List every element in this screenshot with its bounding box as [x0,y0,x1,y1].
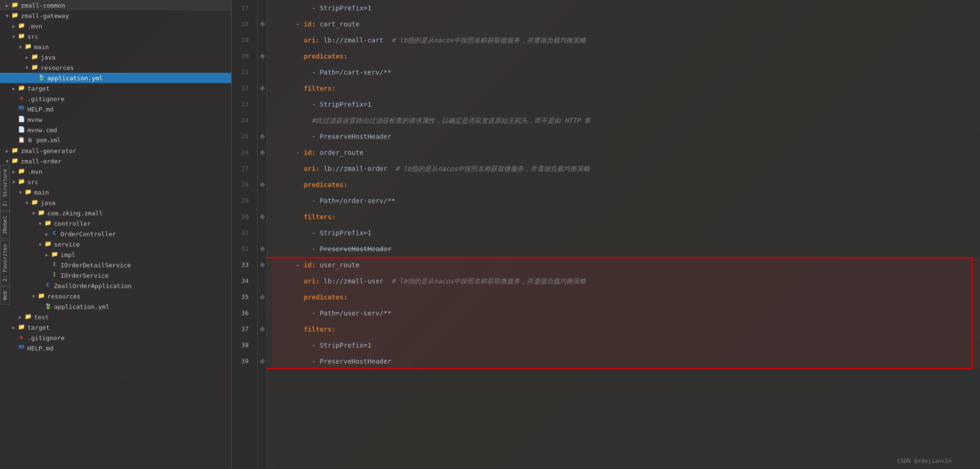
label-zmall-gateway: zmall-gateway [21,12,69,19]
folder-icon-target-order: 📁 [17,324,26,331]
line-num-30: 30 [232,209,252,225]
yml-icon-order: 🍃 [43,303,52,310]
tree-item-mvn-order[interactable]: ▶ 📁 .mvn [0,166,231,177]
tab-web[interactable]: Web [0,287,10,305]
tree-item-impl[interactable]: ▶ 📁 impl [0,249,231,260]
label-main-gateway: main [34,43,49,51]
arrow-java-order: ▼ [24,200,30,205]
md-icon-order: HD [17,344,26,352]
tree-item-application-yml-order[interactable]: 🍃 application.yml [0,301,231,312]
label-resources-gateway: resources [41,64,74,71]
gutter-25 [258,128,267,145]
line-num-17: 17 [232,0,252,16]
tree-item-zmall-common[interactable]: ▶ 📁 zmall-common [0,0,231,10]
tree-item-com-zking[interactable]: ▼ 📁 com.zking.zmall [0,208,231,218]
code-line-26: - id: order_route [272,145,980,161]
label-java-order: java [41,199,55,206]
gutter-33 [258,257,267,273]
code-line-37: filters: [272,321,980,337]
folder-icon-src-gateway: 📁 [17,33,26,40]
line-num-32: 32 [232,241,252,257]
tree-item-target-order[interactable]: ▶ 📁 target [0,322,231,333]
line-num-29: 29 [232,193,252,209]
tree-item-order-controller[interactable]: ▶ C OrderController [0,229,231,239]
label-help-md: HELP.md [27,106,53,113]
tree-item-src-order[interactable]: ▼ 📁 src [0,177,231,187]
line-num-34: 34 [232,273,252,289]
label-main-order: main [34,189,49,196]
mvnw-cmd-icon: 📄 [17,126,26,134]
arrow-test-order: ▶ [17,315,24,320]
gutter-27 [258,161,267,177]
tree-item-resources-order[interactable]: ▼ 📁 resources [0,291,231,301]
tree-item-help-md[interactable]: HD HELP.md [0,104,231,114]
line-num-23: 23 [232,96,252,112]
folder-icon-zmall-generator: 📁 [10,147,19,154]
tree-item-java-gateway[interactable]: ▶ 📁 java [0,52,231,62]
tree-item-main-order[interactable]: ▼ 📁 main [0,187,231,197]
tree-item-mvn-gateway[interactable]: ▶ 📁 .mvn [0,21,231,31]
tree-item-mvnw-cmd[interactable]: 📄 mvnw.cmd [0,125,231,135]
tree-item-mvnw[interactable]: 📄 mvnw [0,114,231,125]
line-num-38: 38 [232,337,252,353]
label-iorder-detail: IOrderDetailService [61,262,131,269]
line-num-21: 21 [232,64,252,80]
tree-item-application-yml[interactable]: 🍃 application.yml [0,73,231,83]
tree-item-zmall-gateway[interactable]: ▼ 📁 zmall-gateway [0,10,231,21]
watermark: CSDN @xdejianxin [897,458,952,464]
code-line-18: - id: cart_route [272,16,980,32]
tree-item-gitignore-gateway[interactable]: ⚙ .gitignore [0,94,231,104]
code-content[interactable]: - StripPrefix=1 - id: cart_route uri: lb… [267,0,980,469]
tree-item-pom-xml[interactable]: 📋 🗎 pom.xml [0,135,231,145]
folder-icon-mvn-gateway: 📁 [17,22,26,30]
label-test-order: test [34,314,49,321]
folder-icon-zmall-common: 📁 [10,1,19,9]
tree-item-test-order[interactable]: ▶ 📁 test [0,312,231,322]
tab-z-structure[interactable]: Z: Structure [0,164,10,210]
java-class-icon-order-controller: C [50,230,59,238]
gutter-18 [258,16,267,32]
line-num-31: 31 [232,225,252,241]
code-line-32: - PreserveHostHeader [272,241,980,257]
label-gitignore-gateway: .gitignore [27,95,64,102]
label-service: service [54,241,80,248]
gutter-24 [258,112,267,128]
tree-item-resources-gateway[interactable]: ▼ 📁 resources [0,62,231,73]
code-line-30: filters: [272,209,980,225]
tab-jrebel[interactable]: JRebel [0,212,10,239]
tree-item-src-gateway[interactable]: ▼ 📁 src [0,31,231,42]
label-iorder-service: IOrderService [61,272,109,279]
tree-item-help-md-order[interactable]: HD HELP.md [0,343,231,353]
code-line-38: - StripPrefix=1 [272,337,980,353]
tree-item-iorder-service[interactable]: I IOrderService [0,270,231,281]
line-num-24: 24 [232,112,252,128]
folder-icon-java-gateway: 📁 [30,53,39,61]
tree-item-zmall-generator[interactable]: ▶ 📁 zmall-generator [0,145,231,156]
tab-favorites[interactable]: 2: Favorites [0,239,10,285]
interface-icon-iorder-service: I [50,272,59,279]
code-line-23: - StripPrefix=1 [272,96,980,112]
tree-item-controller[interactable]: ▼ 📁 controller [0,218,231,229]
folder-icon-mvn-order: 📁 [17,168,26,175]
code-line-33: - id: user_route [272,257,980,273]
tree-item-service[interactable]: ▼ 📁 service [0,239,231,249]
editor-panel: 17 18 19 20 21 22 23 24 25 26 27 28 29 3… [232,0,980,469]
tree-item-java-order[interactable]: ▼ 📁 java [0,197,231,208]
tree-item-iorder-detail[interactable]: I IOrderDetailService [0,260,231,270]
folder-icon-src-order: 📁 [17,178,26,186]
tree-item-main-gateway[interactable]: ▼ 📁 main [0,42,231,52]
gutter-23 [258,96,267,112]
arrow-java-gateway: ▶ [24,55,30,60]
tree-item-zmall-order[interactable]: ▼ 📁 zmall-order [0,156,231,166]
folder-icon-com-zking: 📁 [37,209,45,217]
tree-item-zmall-order-app[interactable]: C ZmallOrderApplication [0,281,231,291]
tree-item-gitignore-order[interactable]: ⚙ .gitignore [0,333,231,343]
code-line-24: #此过滤器设置路由过滤器检查的请求属性，以确定是否应发送原始主机头，而不是由 H… [272,112,980,128]
folder-icon-service: 📁 [43,240,52,248]
tree-item-target-gateway[interactable]: ▶ 📁 target [0,83,231,94]
folder-icon-main-gateway: 📁 [24,43,32,51]
yml-icon-application: 🍃 [37,74,45,82]
gutter-39 [258,353,267,369]
line-num-18: 18 [232,16,252,32]
line-num-28: 28 [232,177,252,193]
